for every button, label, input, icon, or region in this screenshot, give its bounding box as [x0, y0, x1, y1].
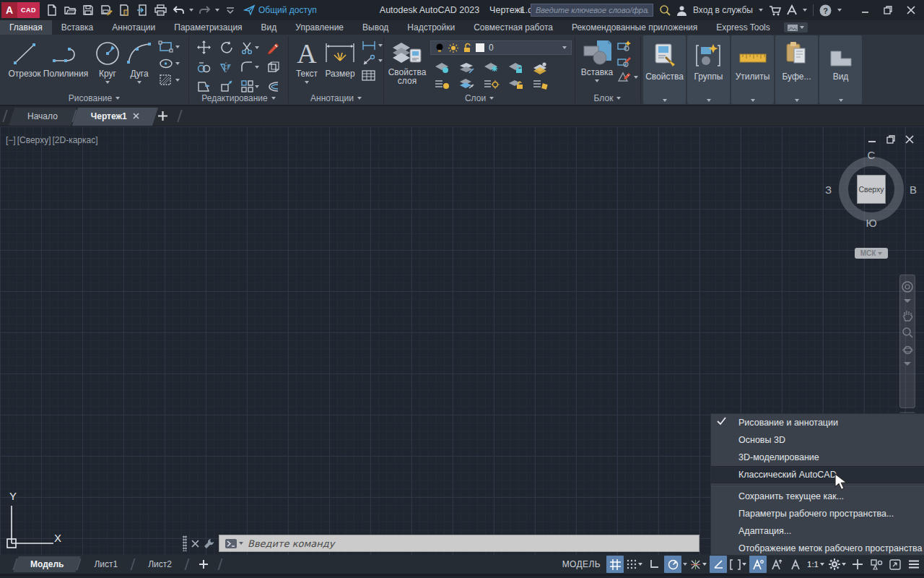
tab-express-tools[interactable]: Express Tools [707, 20, 779, 35]
copy-button[interactable] [197, 61, 211, 73]
command-close-icon[interactable] [191, 540, 199, 548]
attributes-dropdown-icon[interactable] [634, 76, 638, 79]
app-store-dropdown-icon[interactable] [803, 9, 807, 12]
panel-groups-collapsed[interactable]: Группы [687, 35, 730, 104]
object-snap-tracking-button[interactable] [689, 556, 708, 573]
navbar-dropdown2-icon[interactable] [904, 362, 911, 366]
search-input[interactable] [531, 4, 653, 17]
text-button[interactable]: A Текст [292, 39, 321, 84]
command-history-dropdown-icon[interactable] [239, 542, 243, 545]
scale-dropdown-icon[interactable] [820, 563, 824, 566]
tab-collaborate[interactable]: Совместная работа [464, 20, 562, 35]
grid-toggle-button[interactable] [606, 556, 624, 573]
undo-dropdown-icon[interactable] [188, 2, 194, 18]
autodesk-app-store-icon[interactable] [787, 5, 797, 15]
redo-icon[interactable] [196, 2, 212, 18]
scale-value-button[interactable]: 1:1 [806, 556, 826, 573]
osnap-tracking-dropdown-icon[interactable] [702, 563, 707, 566]
file-tab-start[interactable]: Начало [16, 106, 69, 126]
rotate-button[interactable] [220, 40, 234, 54]
cart-icon[interactable] [769, 5, 781, 16]
tab-addins[interactable]: Надстройки [398, 20, 464, 35]
move-button[interactable] [197, 40, 211, 54]
menu-item-customize[interactable]: Адаптация... [711, 522, 924, 540]
leader-dropdown-icon[interactable] [378, 59, 383, 62]
customize-qat-icon[interactable] [222, 2, 238, 18]
offset-button[interactable] [266, 80, 279, 92]
layer-select-dropdown[interactable]: 0 [430, 40, 572, 55]
viewport-restore-icon[interactable] [886, 135, 895, 144]
new-layout-button[interactable] [192, 555, 215, 574]
tab-home[interactable]: Главная [0, 20, 52, 35]
erase-button[interactable] [266, 40, 280, 54]
layer-dropdown-icon[interactable] [562, 46, 567, 49]
snap-mode-button[interactable] [625, 556, 644, 573]
viewcube-west[interactable]: З [825, 184, 832, 196]
menu-item-drafting-annotation[interactable]: Рисование и аннотации [711, 414, 924, 431]
tab-manage[interactable]: Управление [286, 20, 353, 35]
panel-block-label[interactable]: Блок [575, 93, 640, 103]
insert-dropdown-icon[interactable] [595, 79, 599, 82]
tab-insert[interactable]: Вставка [52, 20, 103, 35]
ortho-toggle-button[interactable] [645, 556, 663, 573]
command-wrench-icon[interactable] [204, 538, 214, 549]
layout-tab-sheet1[interactable]: Лист1 [84, 555, 128, 574]
circle-dropdown-icon[interactable] [105, 81, 110, 84]
command-grip-handle[interactable] [183, 535, 187, 551]
search-icon[interactable] [659, 4, 671, 16]
command-input[interactable]: Введите команду [219, 535, 699, 552]
restore-window-icon[interactable] [878, 1, 898, 19]
viewport-menu-control[interactable]: [−] [6, 135, 16, 145]
infocenter-arrow-icon[interactable] [520, 7, 525, 14]
layer-off-button[interactable] [435, 62, 450, 74]
table-button[interactable] [362, 70, 383, 82]
object-snap-button[interactable] [728, 556, 748, 573]
hatch-button[interactable] [159, 74, 180, 87]
redo-dropdown-icon[interactable] [214, 2, 220, 18]
copy-to-layer-button[interactable] [484, 78, 500, 90]
trim-dropdown-icon[interactable] [255, 46, 259, 49]
create-block-button[interactable] [617, 40, 638, 51]
ribbon-display-toggle[interactable] [784, 22, 808, 33]
tab-view[interactable]: Вид [252, 20, 287, 35]
panel-view-collapsed[interactable]: Вид [819, 35, 862, 104]
ellipse-button[interactable] [159, 58, 180, 69]
hatch-dropdown-icon[interactable] [175, 79, 180, 82]
file-tab-drawing1[interactable]: Чертеж1 [79, 106, 151, 126]
polyline-button[interactable]: Полилиния [43, 39, 88, 79]
polar-dropdown-icon[interactable] [683, 563, 687, 566]
panel-modify-label[interactable]: Редактирование [189, 93, 288, 103]
arc-dropdown-icon[interactable] [137, 81, 141, 84]
viewport-visual-style-control[interactable]: [2D-каркас] [52, 135, 97, 145]
viewcube[interactable]: С В Ю З Сверху [837, 155, 905, 223]
command-prompt-icon[interactable] [225, 539, 237, 548]
layout-tab-model[interactable]: Модель [20, 555, 74, 574]
circle-button[interactable]: Круг [91, 39, 124, 84]
viewcube-east[interactable]: В [910, 184, 917, 196]
array-button[interactable] [241, 80, 259, 92]
panel-properties-collapsed[interactable]: Свойства [643, 35, 686, 104]
viewcube-south[interactable]: Ю [866, 217, 876, 229]
layer-lock-button[interactable] [508, 62, 524, 74]
menu-item-3d-basics[interactable]: Основы 3D [711, 431, 924, 449]
undo-icon[interactable] [170, 2, 186, 18]
crosshair-customize-button[interactable] [849, 556, 866, 573]
layer-isolate-button[interactable] [459, 62, 475, 74]
explode-button[interactable] [266, 61, 280, 74]
panel-utilities-collapsed[interactable]: Утилиты [731, 35, 774, 104]
annotation-visibility-button[interactable] [749, 556, 767, 573]
rectangle-button[interactable] [159, 40, 180, 53]
clean-screen-button[interactable] [886, 556, 904, 573]
isolate-objects-button[interactable] [868, 556, 885, 573]
save-icon[interactable] [80, 2, 96, 18]
array-dropdown-icon[interactable] [255, 85, 259, 88]
annotation-autoscale-button[interactable] [768, 556, 785, 573]
arc-button[interactable]: Дуга [124, 39, 154, 84]
menu-item-3d-modeling[interactable]: 3D-моделирование [711, 449, 924, 466]
open-file-icon[interactable] [62, 2, 78, 18]
viewcube-north[interactable]: С [868, 149, 876, 161]
stretch-button[interactable] [197, 80, 211, 92]
text-dropdown-icon[interactable] [305, 81, 309, 84]
minimize-window-icon[interactable] [855, 1, 875, 19]
layout-tab-sheet2[interactable]: Лист2 [138, 555, 182, 574]
